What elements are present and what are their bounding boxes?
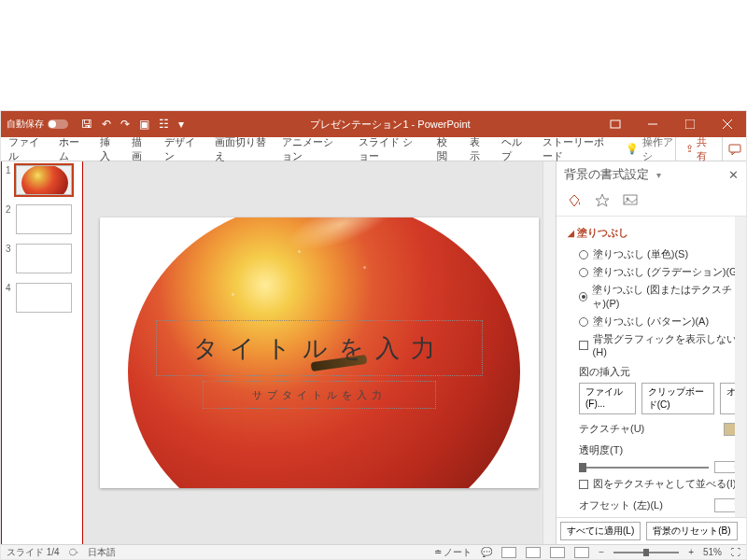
- tab-insert[interactable]: 挿入: [92, 137, 125, 161]
- hide-background-checkbox[interactable]: 背景グラフィックを表示しない(H): [568, 330, 742, 359]
- zoom-level[interactable]: 51%: [703, 547, 722, 557]
- touch-mode-icon[interactable]: ☷: [159, 118, 169, 131]
- fill-pattern-option[interactable]: 塗りつぶし (パターン)(A): [568, 313, 742, 330]
- tab-file[interactable]: ファイル: [1, 137, 51, 161]
- notes-button[interactable]: ≐ ノート: [434, 546, 472, 559]
- tab-draw[interactable]: 描画: [124, 137, 157, 161]
- offset-left-label: オフセット (左)(L): [579, 498, 663, 512]
- format-background-pane: 背景の書式設定 ▾ ✕ 塗りつぶし 塗りつぶし (単色)(S) 塗りつぶし (グ…: [556, 161, 746, 544]
- language-indicator[interactable]: 日本語: [88, 546, 116, 559]
- svg-rect-2: [685, 119, 695, 129]
- slide-thumbnail-panel: 1 2 3 4: [1, 161, 83, 544]
- sorter-view-icon[interactable]: [526, 547, 541, 558]
- maximize-button[interactable]: [671, 111, 709, 137]
- fill-picture-option[interactable]: 塗りつぶし (図またはテクスチャ)(P): [568, 281, 742, 313]
- normal-view-icon[interactable]: [501, 547, 516, 558]
- slide-thumbnail-2[interactable]: [16, 204, 72, 234]
- ribbon-tabs: ファイル ホーム 挿入 描画 デザイン 画面切り替え アニメーション スライド …: [1, 137, 746, 161]
- slide-canvas[interactable]: タイトルを入力 サブタイトルを入力: [100, 217, 539, 488]
- svg-rect-7: [624, 195, 637, 204]
- quick-access-toolbar: 🖫 ↶ ↷ ▣ ☷ ▾: [81, 118, 184, 131]
- slide-editor[interactable]: タイトルを入力 サブタイトルを入力: [83, 161, 556, 544]
- slide-thumbnail-1[interactable]: [16, 165, 72, 195]
- tab-view[interactable]: 表示: [462, 137, 495, 161]
- thumb-number: 2: [6, 204, 13, 215]
- fill-solid-option[interactable]: 塗りつぶし (単色)(S): [568, 245, 742, 263]
- svg-rect-5: [729, 145, 740, 152]
- spellcheck-icon[interactable]: ⧂: [69, 547, 78, 558]
- slideshow-view-icon[interactable]: [574, 547, 589, 558]
- svg-rect-0: [611, 120, 620, 128]
- zoom-in-button[interactable]: +: [688, 547, 694, 557]
- subtitle-placeholder[interactable]: サブタイトルを入力: [203, 381, 436, 409]
- apply-to-all-button[interactable]: すべてに適用(L): [560, 522, 641, 540]
- save-icon[interactable]: 🖫: [81, 118, 92, 131]
- option-label: 塗りつぶし (図またはテクスチャ)(P): [592, 283, 742, 311]
- tab-home[interactable]: ホーム: [51, 137, 92, 161]
- autosave-label: 自動保存: [7, 118, 44, 131]
- slide-thumbnail-3[interactable]: [16, 244, 72, 273]
- from-beginning-icon[interactable]: ▣: [139, 118, 149, 131]
- reset-background-button[interactable]: 背景のリセット(B): [646, 522, 737, 540]
- fit-to-window-icon[interactable]: ⛶: [731, 547, 740, 557]
- zoom-slider[interactable]: [613, 552, 679, 553]
- toggle-off-icon: [48, 119, 68, 129]
- slide-counter[interactable]: スライド 1/4: [7, 546, 60, 559]
- autosave-toggle[interactable]: 自動保存: [7, 118, 68, 131]
- tab-transitions[interactable]: 画面切り替え: [207, 137, 275, 161]
- thumb-number: 3: [6, 244, 13, 254]
- tab-animations[interactable]: アニメーション: [275, 137, 351, 161]
- title-bar: 自動保存 🖫 ↶ ↷ ▣ ☷ ▾ プレゼンテーション1 - PowerPoint: [1, 111, 746, 137]
- pane-dropdown-icon[interactable]: ▾: [656, 170, 661, 180]
- tab-slideshow[interactable]: スライド ショー: [351, 137, 430, 161]
- search-label: 操作アシ: [642, 135, 675, 163]
- zoom-out-button[interactable]: −: [599, 547, 604, 557]
- fill-gradient-option[interactable]: 塗りつぶし (グラデーション)(G): [568, 263, 742, 281]
- comments-button[interactable]: [722, 137, 746, 161]
- tell-me-search[interactable]: 💡 操作アシ: [626, 135, 675, 163]
- picture-tab-icon[interactable]: [620, 189, 641, 210]
- effects-tab-icon[interactable]: [592, 189, 613, 210]
- option-label: 塗りつぶし (単色)(S): [593, 247, 688, 261]
- vertical-scrollbar[interactable]: [543, 161, 556, 544]
- title-placeholder[interactable]: タイトルを入力: [156, 320, 483, 376]
- insert-file-button[interactable]: ファイル(F)...: [579, 383, 636, 414]
- thumb-number: 1: [6, 165, 13, 175]
- tab-help[interactable]: ヘルプ: [494, 137, 535, 161]
- comments-status-icon[interactable]: 💬: [481, 547, 492, 557]
- tab-storyboard[interactable]: ストーリーボード: [535, 137, 620, 161]
- tab-design[interactable]: デザイン: [157, 137, 207, 161]
- svg-marker-6: [596, 194, 609, 206]
- insert-clipboard-button[interactable]: クリップボード(C): [641, 383, 714, 414]
- texture-label: テクスチャ(U): [579, 422, 644, 436]
- option-label: 背景グラフィックを表示しない(H): [593, 332, 742, 357]
- option-label: 図をテクスチャとして並べる(I): [593, 477, 736, 491]
- pane-title: 背景の書式設定: [564, 166, 649, 183]
- window-title: プレゼンテーション1 - PowerPoint: [184, 118, 597, 132]
- option-label: 塗りつぶし (グラデーション)(G): [593, 265, 740, 279]
- share-icon: ⇪: [685, 143, 694, 155]
- transparency-slider[interactable]: [579, 467, 709, 469]
- fill-section-header[interactable]: 塗りつぶし: [568, 226, 742, 240]
- insert-from-label: 図の挿入元: [568, 359, 742, 381]
- tab-review[interactable]: 校閲: [430, 137, 462, 161]
- lightbulb-icon: 💡: [626, 143, 639, 155]
- fill-tab-icon[interactable]: [564, 189, 585, 210]
- option-label: 塗りつぶし (パターン)(A): [593, 315, 709, 329]
- pane-scrollbar[interactable]: [735, 217, 746, 517]
- transparency-label: 透明度(T): [568, 438, 742, 459]
- slide-thumbnail-4[interactable]: [16, 283, 72, 313]
- share-button[interactable]: ⇪ 共有: [675, 137, 722, 161]
- status-bar: スライド 1/4 ⧂ 日本語 ≐ ノート 💬 − + 51% ⛶: [1, 544, 746, 559]
- thumb-number: 4: [6, 283, 13, 293]
- offset-right-label: オフセット (右)(R): [568, 514, 742, 517]
- share-label: 共有: [697, 135, 712, 163]
- pane-close-button[interactable]: ✕: [728, 168, 739, 182]
- tile-checkbox[interactable]: 図をテクスチャとして並べる(I): [568, 475, 742, 493]
- ribbon-display-icon[interactable]: [597, 111, 634, 137]
- redo-icon[interactable]: ↷: [120, 118, 130, 131]
- close-button[interactable]: [709, 111, 746, 137]
- undo-icon[interactable]: ↶: [102, 118, 111, 131]
- minimize-button[interactable]: [634, 111, 671, 137]
- reading-view-icon[interactable]: [550, 547, 565, 558]
